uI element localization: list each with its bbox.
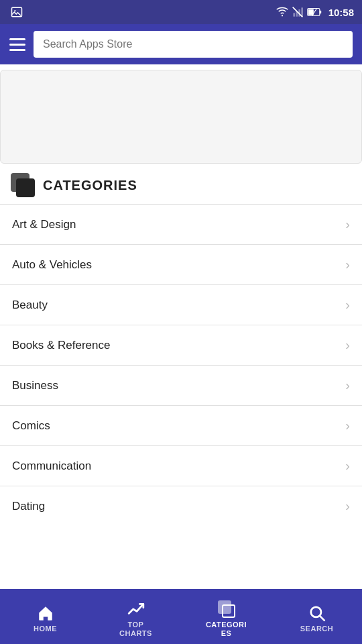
list-item[interactable]: Comics › — [0, 406, 362, 446]
svg-rect-9 — [319, 11, 320, 14]
list-item[interactable]: Books & Reference › — [0, 325, 362, 366]
home-icon — [37, 604, 54, 622]
search-bar — [0, 24, 362, 64]
categories-header: CATEGORIES — [0, 164, 362, 205]
nav-search[interactable]: SEARCH — [272, 599, 362, 633]
chevron-right-icon: › — [345, 418, 350, 433]
list-item[interactable]: Business › — [0, 366, 362, 406]
status-time: 10:58 — [328, 7, 354, 18]
list-item[interactable]: Communication › — [0, 446, 362, 486]
battery-icon — [307, 7, 322, 17]
hamburger-menu[interactable] — [9, 38, 25, 51]
nav-home[interactable]: HOME — [0, 599, 90, 633]
chevron-right-icon: › — [345, 337, 350, 353]
category-name: Art & Design — [12, 218, 76, 231]
nav-top-charts-label: TOPCHARTS — [119, 621, 152, 638]
signal-icon — [292, 7, 303, 17]
status-bar: 10:58 — [0, 0, 362, 24]
search-input[interactable] — [34, 31, 353, 58]
nav-categories-label: CATEGORIES — [206, 621, 247, 638]
list-item[interactable]: Dating › — [0, 486, 362, 526]
category-name: Dating — [12, 500, 45, 513]
categories-title: CATEGORIES — [43, 178, 137, 193]
chevron-right-icon: › — [345, 217, 350, 232]
category-name: Beauty — [12, 299, 48, 312]
chevron-right-icon: › — [345, 257, 350, 272]
svg-line-13 — [320, 616, 324, 621]
category-name: Comics — [12, 419, 50, 433]
category-list: Art & Design › Auto & Vehicles › Beauty … — [0, 205, 362, 526]
svg-rect-3 — [293, 13, 295, 16]
category-name: Books & Reference — [12, 339, 110, 352]
category-name: Auto & Vehicles — [12, 258, 92, 272]
banner-area — [0, 70, 362, 164]
list-item[interactable]: Auto & Vehicles › — [0, 245, 362, 285]
nav-home-label: HOME — [34, 625, 57, 633]
chevron-right-icon: › — [345, 297, 350, 313]
image-icon — [11, 6, 23, 18]
nav-categories[interactable]: CATEGORIES — [181, 595, 272, 638]
category-name: Communication — [12, 460, 91, 473]
wifi-icon — [276, 6, 288, 18]
chevron-right-icon: › — [345, 458, 350, 474]
bottom-nav: HOME TOPCHARTS CATEGORIES SEARCH — [0, 589, 362, 644]
categories-nav-icon — [218, 600, 235, 618]
chevron-right-icon: › — [345, 378, 350, 393]
svg-point-2 — [282, 15, 283, 16]
list-item[interactable]: Beauty › — [0, 285, 362, 325]
categories-icon — [11, 173, 35, 197]
category-name: Business — [12, 379, 58, 392]
trending-icon — [127, 600, 145, 618]
nav-top-charts[interactable]: TOPCHARTS — [90, 595, 181, 638]
nav-search-label: SEARCH — [300, 625, 333, 633]
search-icon — [308, 604, 326, 622]
chevron-right-icon: › — [345, 498, 350, 514]
main-content: CATEGORIES Art & Design › Auto & Vehicle… — [0, 64, 362, 589]
list-item[interactable]: Art & Design › — [0, 205, 362, 245]
svg-point-1 — [14, 10, 15, 11]
